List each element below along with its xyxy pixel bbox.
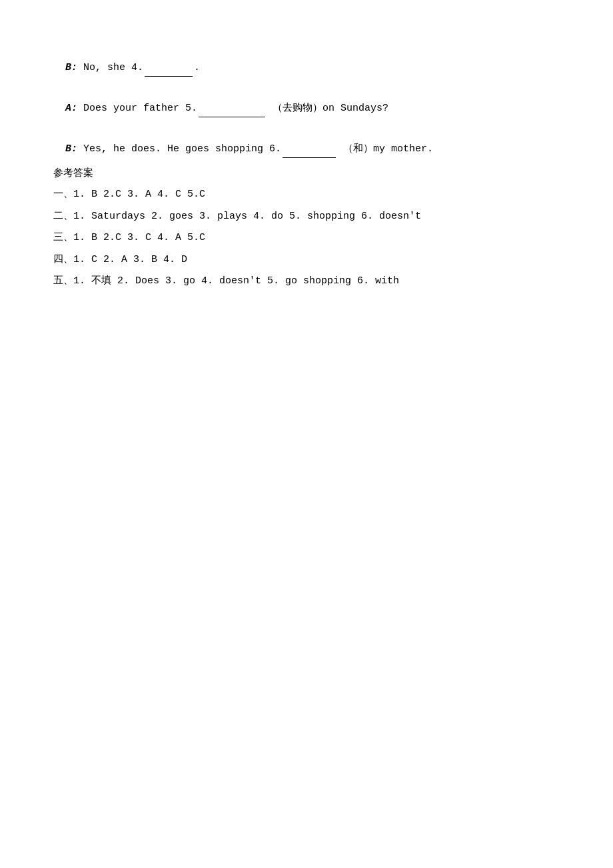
answer-yi: 一、1. B 2.C 3. A 4. C 5.C [53, 185, 560, 205]
reference-title: 参考答案 [53, 165, 560, 183]
blank-b1 [145, 58, 193, 77]
answer-san: 三、1. B 2.C 3. C 4. A 5.C [53, 229, 560, 248]
answer-wu: 五、1. 不填 2. Does 3. go 4. doesn't 5. go s… [53, 272, 560, 291]
b-label-1: B: [65, 62, 77, 73]
blank-b2 [283, 139, 336, 158]
a-label-2: A: [65, 103, 77, 114]
answer-si: 四、1. C 2. A 3. B 4. D [53, 251, 560, 270]
b-text-2b: （和）my mother. [337, 143, 433, 155]
b-text-1: No, she 4. [77, 62, 143, 73]
a-text-2: Does your father 5. [77, 103, 197, 114]
a-text-2b: （去购物）on Sundays? [267, 103, 388, 114]
b-line-1: B: No, she 4. . [53, 40, 560, 77]
b-line-2: B: Yes, he does. He goes shopping 6. （和）… [53, 121, 560, 158]
answer-er: 二、1. Saturdays 2. goes 3. plays 4. do 5.… [53, 207, 560, 227]
b-label-2: B: [65, 143, 77, 155]
b-text-2: Yes, he does. He goes shopping 6. [77, 143, 281, 155]
b-period-1: . [194, 62, 200, 73]
blank-a1 [199, 99, 265, 117]
a-line-2: A: Does your father 5. （去购物）on Sundays? [53, 81, 560, 117]
